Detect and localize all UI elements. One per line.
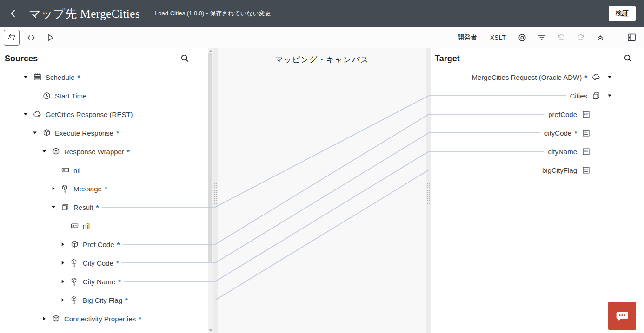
- sources-scrollbar[interactable]: [208, 48, 213, 333]
- caret-collapsed[interactable]: [60, 260, 66, 266]
- row-label: cityName: [548, 148, 577, 156]
- source-tree-row[interactable]: City Code*: [0, 254, 207, 272]
- required-asterisk: *: [96, 203, 99, 211]
- row-label: City Name: [83, 278, 115, 286]
- target-tree-row[interactable]: bigCityFlag abc: [431, 161, 644, 179]
- source-tree-row[interactable]: Execute Response*: [0, 124, 207, 142]
- xslt-view-button[interactable]: XSLT: [485, 31, 511, 44]
- caret-expanded[interactable]: [606, 93, 613, 98]
- calendar-icon: [33, 73, 42, 82]
- source-tree-row[interactable]: nil: [0, 216, 207, 235]
- cube-icon: [70, 240, 79, 249]
- scrollbar-thumb[interactable]: [208, 53, 212, 262]
- splitter-grip: [427, 183, 431, 204]
- side-panel-toggle-button[interactable]: [624, 30, 639, 46]
- scroll-down-icon[interactable]: [209, 329, 212, 332]
- row-label: Cities: [570, 92, 587, 100]
- source-tree-row[interactable]: City Name*: [0, 272, 207, 291]
- page-title: マップ先 MergeCities: [29, 6, 140, 21]
- app-header: マップ先 MergeCities Load Cities (1.0.0) - 保…: [0, 0, 644, 27]
- source-tree-row[interactable]: nil: [0, 161, 207, 179]
- required-asterisk: *: [116, 259, 119, 267]
- source-tree-row[interactable]: Connectivity Properties*: [0, 309, 207, 328]
- required-asterisk: *: [584, 73, 587, 81]
- row-label: prefCode: [548, 111, 577, 118]
- caret-expanded[interactable]: [22, 74, 29, 80]
- sources-panel: Sources Schedule* Start Time GetCities R…: [0, 48, 213, 333]
- number-type-icon: 123: [582, 111, 591, 118]
- caret-expanded[interactable]: [41, 149, 47, 154]
- mapping-canvas: マッピング・キャンバス: [218, 48, 426, 333]
- cube-icon: [42, 129, 51, 137]
- source-tree-row[interactable]: Message*: [0, 179, 207, 198]
- validate-button[interactable]: 検証: [609, 6, 636, 21]
- repeat-icon: [592, 91, 601, 100]
- undo-button[interactable]: [553, 30, 569, 46]
- row-label: Pref Code: [83, 241, 114, 248]
- swap-icon: [7, 33, 16, 42]
- string-type-icon: abc: [582, 129, 591, 137]
- row-label: Big City Flag: [83, 296, 122, 304]
- code-view-button[interactable]: [23, 30, 39, 46]
- source-tree-row[interactable]: GetCities Response (REST): [0, 105, 207, 124]
- cube-arrow-icon: [70, 296, 79, 305]
- cube-icon: [52, 314, 60, 323]
- target-tree-row[interactable]: cityName abc: [431, 142, 644, 161]
- redo-button[interactable]: [573, 30, 589, 46]
- caret-expanded[interactable]: [606, 74, 613, 80]
- caret-collapsed[interactable]: [50, 186, 57, 191]
- required-asterisk: *: [118, 278, 121, 286]
- required-asterisk: *: [127, 148, 130, 156]
- target-tree-row[interactable]: MergeCities Request (Oracle ADW)*: [431, 68, 644, 86]
- run-view-button[interactable]: [43, 30, 59, 46]
- source-tree-row[interactable]: Big City Flag*: [0, 291, 207, 309]
- mapper-main: Sources Schedule* Start Time GetCities R…: [0, 48, 644, 333]
- source-tree-row[interactable]: Start Time: [0, 86, 207, 105]
- caret-collapsed[interactable]: [60, 242, 66, 247]
- target-tree-row[interactable]: Cities: [431, 86, 644, 105]
- chat-button[interactable]: [608, 302, 636, 330]
- filter-button[interactable]: [534, 30, 550, 46]
- target-tree-row[interactable]: prefCode 123: [431, 105, 644, 124]
- row-label: GetCities Response (REST): [46, 111, 133, 118]
- caret-expanded[interactable]: [22, 111, 29, 117]
- search-icon[interactable]: [180, 54, 190, 63]
- swap-view-button[interactable]: [4, 30, 20, 46]
- source-tree-row[interactable]: Response Wrapper*: [0, 142, 207, 161]
- row-label: nil: [73, 166, 80, 174]
- cube-arrow-icon: [61, 184, 70, 193]
- view-button[interactable]: [514, 30, 530, 46]
- canvas-title: マッピング・キャンバス: [218, 54, 426, 65]
- chevron-left-icon: [8, 9, 18, 18]
- clock-icon: [42, 91, 51, 100]
- undo-icon: [557, 33, 566, 42]
- target-tree-row[interactable]: cityCode* abc: [431, 124, 644, 142]
- source-tree: Schedule* Start Time GetCities Response …: [0, 68, 207, 328]
- caret-collapsed[interactable]: [60, 279, 66, 284]
- search-icon[interactable]: [624, 54, 633, 63]
- back-button[interactable]: [4, 4, 22, 23]
- collapse-all-button[interactable]: [592, 30, 608, 46]
- source-tree-row[interactable]: Result*: [0, 198, 207, 216]
- svg-text:abc: abc: [584, 168, 588, 171]
- string-type-icon: abc: [582, 148, 591, 156]
- required-asterisk: *: [116, 129, 119, 137]
- redo-icon: [576, 33, 585, 42]
- target-tree: MergeCities Request (Oracle ADW)* Cities…: [431, 68, 644, 179]
- caret-expanded[interactable]: [32, 130, 38, 136]
- panel-splitter-right[interactable]: [426, 48, 431, 333]
- caret-expanded[interactable]: [50, 204, 57, 210]
- caret-collapsed[interactable]: [60, 297, 66, 303]
- source-tree-row[interactable]: Pref Code*: [0, 235, 207, 254]
- panel-splitter-left[interactable]: [213, 48, 218, 333]
- source-tree-row[interactable]: Schedule*: [0, 68, 207, 86]
- row-label: Start Time: [55, 92, 86, 100]
- caret-collapsed[interactable]: [41, 316, 47, 321]
- row-label: Execute Response: [55, 129, 113, 137]
- required-asterisk: *: [117, 241, 120, 248]
- row-label: Connectivity Properties: [64, 315, 136, 323]
- target-panel-title: Target: [435, 54, 460, 64]
- scroll-up-icon[interactable]: [209, 50, 212, 52]
- repeat-icon: [61, 203, 70, 212]
- developer-view-button[interactable]: 開発者: [453, 31, 482, 45]
